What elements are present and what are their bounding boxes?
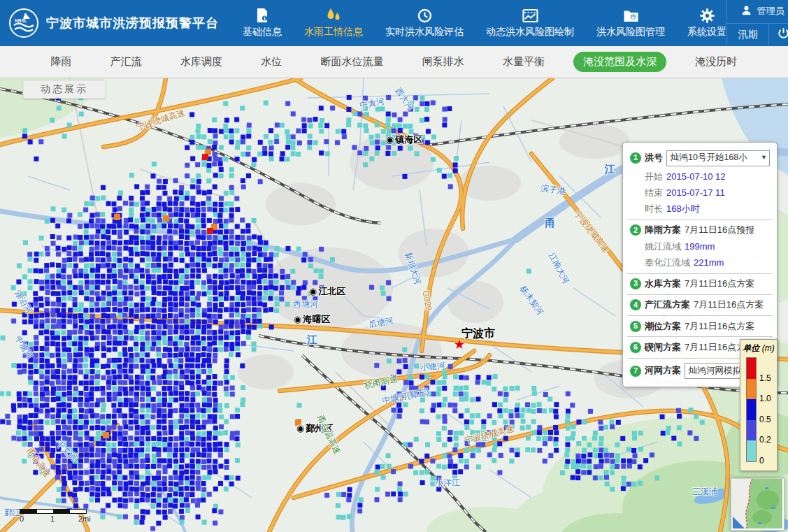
nav-item-6[interactable]: 系统设置 xyxy=(687,8,726,38)
panel-row: 1洪号灿鸿10号开始168小▼ xyxy=(630,148,770,168)
nav-item-4[interactable]: 动态洪水风险图绘制 xyxy=(486,8,574,38)
panel-row: 5潮位方案7月11日16点方案 xyxy=(630,318,770,334)
flood-event-select[interactable]: 灿鸿10号开始168小▼ xyxy=(666,150,770,166)
tab-2[interactable]: 产汇流 xyxy=(101,52,152,72)
nav-item-2[interactable]: 水雨工情信息 xyxy=(304,8,363,38)
panel-row-value: 7月11日16点方案 xyxy=(685,321,754,332)
panel-row-value: 7月11日16点方案 xyxy=(685,278,754,289)
legend-title: 单位 (m) xyxy=(740,343,777,354)
minimap-toggle-icon[interactable] xyxy=(733,517,745,529)
panel-row-label: 降雨方案 xyxy=(645,224,681,236)
panel-row-value: 2015-07-17 11 xyxy=(666,187,725,199)
user-icon xyxy=(740,5,752,18)
nav-item-label: 基础信息 xyxy=(243,26,282,38)
panel-row-value: 2015-07-10 12 xyxy=(666,171,726,182)
select-value: 灿鸿10号开始168小 xyxy=(671,152,747,164)
tab-5[interactable]: 断面水位流量 xyxy=(310,52,393,72)
panel-row-label: 洪号 xyxy=(645,152,663,164)
panel-row: 时长168小时 xyxy=(645,201,770,217)
legend-segment xyxy=(747,399,756,420)
legend-segment xyxy=(747,420,756,441)
legend-segment xyxy=(747,379,756,400)
depth-legend: 单位 (m) 1.51.00.50.20 xyxy=(740,339,778,471)
legend-tick: 0.2 xyxy=(759,435,771,445)
user-name: 管理员 xyxy=(757,5,785,17)
panel-divider xyxy=(627,336,773,337)
user-block: 管理员 汛期 xyxy=(726,0,788,46)
nav-item-3[interactable]: 实时洪水风险评估 xyxy=(385,8,464,38)
brand: NBSL 宁波市城市洪涝预报预警平台 xyxy=(0,0,219,46)
nav-item-label: 系统设置 xyxy=(687,26,726,38)
step-badge: 3 xyxy=(630,278,641,289)
panel-row: 3水库方案7月11日16点方案 xyxy=(630,276,770,292)
nav-item-1[interactable]: 基础信息 xyxy=(243,8,282,38)
tab-6[interactable]: 闸泵排水 xyxy=(413,52,474,72)
step-badge: 1 xyxy=(630,152,641,164)
panel-row: 结束2015-07-17 11 xyxy=(645,185,770,201)
panel-row-label: 开始 xyxy=(645,171,663,182)
nav-item-5[interactable]: 洪水风险图管理 xyxy=(596,8,665,38)
step-badge: 7 xyxy=(630,366,641,377)
panel-divider xyxy=(627,315,773,316)
scale-tick-label: 1 xyxy=(50,515,55,523)
logout-button[interactable] xyxy=(769,24,788,47)
panel-row-label: 碶闸方案 xyxy=(645,342,681,353)
gear-icon xyxy=(700,8,715,23)
power-icon xyxy=(777,27,788,43)
page-title: 宁波市城市洪涝预报预警平台 xyxy=(46,15,219,31)
scale-tick-label: 0 xyxy=(20,515,24,523)
legend-tick: 1.5 xyxy=(759,373,771,383)
panel-row-value: 168小时 xyxy=(666,203,700,215)
tab-3[interactable]: 水库调度 xyxy=(171,52,232,72)
nav-item-label: 水雨工情信息 xyxy=(304,26,363,38)
header-actions: 汛期 xyxy=(727,24,788,47)
panel-row: 奉化江流域221mm xyxy=(645,254,770,271)
legend-tick: 0.5 xyxy=(759,415,771,424)
overview-minimap[interactable] xyxy=(731,478,785,531)
panel-row-label: 水库方案 xyxy=(645,278,681,289)
panel-row-value: 221mm xyxy=(694,257,724,268)
legend-tick: 1.0 xyxy=(759,394,771,403)
panel-row-value: 199mm xyxy=(685,241,715,252)
tab-4[interactable]: 水位 xyxy=(251,52,292,72)
panel-row-label: 产汇流方案 xyxy=(645,299,690,310)
nav-item-label: 实时洪水风险评估 xyxy=(385,26,464,38)
panel-divider xyxy=(627,220,773,220)
panel-row-label: 奉化江流域 xyxy=(645,257,690,268)
dynamic-display-button[interactable]: 动态展示 xyxy=(23,80,106,99)
legend-segment xyxy=(747,440,756,461)
chart-drawing-icon xyxy=(522,8,538,23)
tab-8[interactable]: 淹没范围及水深 xyxy=(573,52,666,72)
map-scale-bar: 012mi xyxy=(20,509,87,524)
rain-drops-icon xyxy=(326,8,341,23)
panel-row-value: 7月11日16点方案 xyxy=(694,299,764,310)
panel-row: 姚江流域199mm xyxy=(645,238,770,254)
scale-tick-label: 2mi xyxy=(78,515,91,523)
panel-divider xyxy=(627,294,773,295)
panel-row-label: 河网方案 xyxy=(645,365,681,376)
function-tabs: 降雨产汇流水库调度水位断面水位流量闸泵排水水量平衡淹没范围及水深淹没历时 xyxy=(0,46,788,78)
tab-7[interactable]: 水量平衡 xyxy=(493,52,554,72)
clock-icon xyxy=(417,8,432,23)
app-root: NBSL 宁波市城市洪涝预报预警平台 基础信息水雨工情信息实时洪水风险评估动态洪… xyxy=(0,0,788,532)
legend-color-bar xyxy=(747,358,756,461)
step-badge: 4 xyxy=(630,299,641,310)
panel-divider xyxy=(627,273,773,274)
tab-9[interactable]: 淹没历时 xyxy=(685,52,747,72)
flood-period-button[interactable]: 汛期 xyxy=(727,24,769,47)
nav-item-label: 洪水风险图管理 xyxy=(596,26,665,38)
panel-row-label: 潮位方案 xyxy=(645,321,681,332)
panel-row-label: 时长 xyxy=(645,203,663,215)
chevron-down-icon: ▼ xyxy=(761,154,767,161)
panel-row-label: 结束 xyxy=(645,187,663,199)
platform-logo-icon: NBSL xyxy=(8,8,39,38)
step-badge: 6 xyxy=(630,342,641,353)
document-info-icon xyxy=(255,8,269,23)
step-badge: 2 xyxy=(630,224,641,236)
panel-row: 2降雨方案7月11日16点预报 xyxy=(630,222,770,238)
user-menu[interactable]: 管理员 xyxy=(727,0,788,24)
step-badge: 5 xyxy=(630,321,641,332)
panel-row: 4产汇流方案7月11日16点方案 xyxy=(630,297,770,313)
tab-1[interactable]: 降雨 xyxy=(41,52,82,72)
header: NBSL 宁波市城市洪涝预报预警平台 基础信息水雨工情信息实时洪水风险评估动态洪… xyxy=(0,0,788,46)
